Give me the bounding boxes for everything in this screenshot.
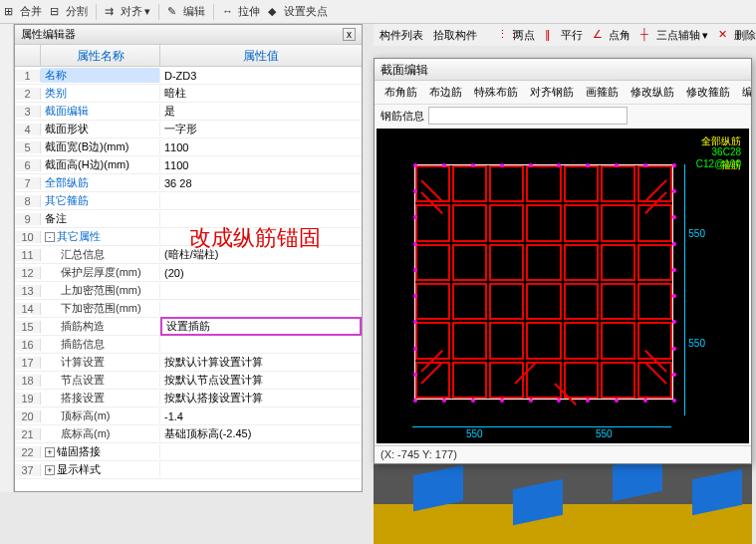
stirrup-cell [637,244,672,281]
delete-axis-button[interactable]: ✕删除辅轴 [718,28,756,43]
close-icon[interactable]: x [343,28,356,41]
align-icon: ⇉ [105,5,119,19]
section-outline [414,164,673,400]
property-value[interactable]: 按默认搭接设置计算 [160,391,362,406]
separator [158,4,159,20]
stirrup-cell [637,165,672,202]
property-value[interactable]: 按默认计算设置计算 [160,355,362,370]
align-button[interactable]: ⇉对齐 ▾ [105,4,150,19]
tri-axis-icon: ┼ [640,28,654,42]
section-tab[interactable]: 对齐钢筋 [526,83,578,102]
section-tab[interactable]: 编辑弯钩 [738,83,751,102]
rebar-dot [672,268,676,272]
property-name-cell: 保护层厚度(mm) [41,265,160,280]
expander-icon[interactable]: + [45,447,55,457]
property-row[interactable]: 1名称D-ZD3 [15,67,362,85]
property-value[interactable]: 按默认节点设置计算 [160,373,362,388]
property-row[interactable]: 8其它箍筋 [15,192,362,210]
property-name: 其它箍筋 [45,194,89,206]
property-row[interactable]: 6截面高(H边)(mm)1100 [15,156,362,174]
pick-component-button[interactable]: 拾取构件 [433,28,477,43]
stirrup-cell [415,322,450,359]
stirrup-cell [564,322,599,359]
property-row[interactable]: 12保护层厚度(mm)(20) [15,264,362,282]
property-name: 截面宽(B边)(mm) [45,140,128,152]
component-list-button[interactable]: 构件列表 [379,28,423,43]
header-value: 属性值 [160,45,362,66]
property-row[interactable]: 20顶标高(m)-1.4 [15,408,362,425]
property-value[interactable]: -1.4 [160,410,362,422]
header-name: 属性名称 [41,45,160,66]
property-value[interactable]: D-ZD3 [160,70,362,82]
property-value[interactable]: 1100 [160,159,362,171]
property-value[interactable]: 是 [160,104,362,119]
property-value[interactable]: 暗柱 [160,86,362,101]
property-value[interactable]: 设置插筋 [160,317,362,336]
section-tab[interactable]: 修改纵筋 [627,83,678,102]
property-name: 显示样式 [57,463,101,475]
property-row[interactable]: 2类别暗柱 [15,85,362,103]
rebar-info-input[interactable] [428,107,628,125]
property-name-cell: 其它箍筋 [41,193,160,208]
section-canvas[interactable]: 全部纵筋 36C28 箍筋 C12@100 550 550 550 550 [377,129,749,443]
section-tab[interactable]: 画箍筋 [582,83,623,102]
edit-button[interactable]: ✎编辑 [167,4,205,19]
property-row[interactable]: 37+显示样式 [15,461,362,479]
point-angle-button[interactable]: ∠点角 [593,28,630,43]
property-row[interactable]: 15插筋构造设置插筋 [15,318,362,336]
rebar-dot [672,294,676,298]
property-row[interactable]: 19搭接设置按默认搭接设置计算 [15,390,362,408]
rebar-dot [413,399,417,403]
pivot-button[interactable]: ◆设置夹点 [268,4,328,19]
property-name: 保护层厚度(mm) [61,266,141,278]
property-row[interactable]: 7全部纵筋36 28 [15,174,362,192]
property-row[interactable]: 16插筋信息 [15,336,362,354]
property-row[interactable]: 3截面编辑是 [15,103,362,121]
split-icon: ⊟ [50,5,64,19]
tri-axis-button[interactable]: ┼三点辅轴 ▾ [640,28,708,43]
expander-icon[interactable]: + [45,465,55,475]
legend-value: 36C28 [712,146,741,157]
property-row[interactable]: 22+锚固搭接 [15,443,362,461]
stirrup-cell [489,165,524,202]
edit-icon: ✎ [167,5,181,19]
merge-button[interactable]: ⊞合并 [4,4,42,19]
viewport-3d[interactable] [374,464,752,544]
property-row[interactable]: 13上加密范围(mm) [15,282,362,300]
stretch-button[interactable]: ↔拉伸 [222,4,260,19]
rebar-dot [672,373,676,377]
property-row[interactable]: 14下加密范围(mm) [15,300,362,318]
property-name: 汇总信息 [61,248,105,260]
property-body[interactable]: 1名称D-ZD32类别暗柱3截面编辑是4截面形状一字形5截面宽(B边)(mm)1… [15,67,362,491]
expander-icon[interactable]: - [45,232,55,242]
section-tab[interactable]: 布边筋 [425,83,466,102]
section-tab[interactable]: 修改箍筋 [682,83,734,102]
property-name-cell: 截面形状 [41,122,160,136]
property-value[interactable]: (20) [160,267,362,279]
property-value[interactable]: 一字形 [160,122,362,136]
section-editor-window: 截面编辑 布角筋布边筋特殊布筋对齐钢筋画箍筋修改纵筋修改箍筋编辑弯钩箍头伸缩恢复… [374,58,752,464]
property-value[interactable]: 36 28 [160,177,362,189]
property-value[interactable]: (暗柱/端柱) [160,247,362,262]
property-row[interactable]: 17计算设置按默认计算设置计算 [15,354,362,372]
stirrup-cell [601,204,635,241]
property-row[interactable]: 18节点设置按默认节点设置计算 [15,372,362,390]
section-tab[interactable]: 特殊布筋 [470,83,522,102]
parallel-button[interactable]: ‖平行 [545,28,583,43]
row-number: 9 [15,213,41,225]
property-row[interactable]: 9备注 [15,210,362,228]
property-row[interactable]: 21底标高(m)基础顶标高(-2.45) [15,425,362,443]
property-name: 名称 [45,69,67,81]
section-tab[interactable]: 布角筋 [380,83,421,102]
rebar-dot [471,163,475,167]
split-button[interactable]: ⊟分割 [50,4,88,19]
property-row[interactable]: 11汇总信息(暗柱/端柱) [15,246,362,264]
property-value[interactable]: 基础顶标高(-2.45) [160,426,362,441]
property-value[interactable]: 1100 [160,141,362,153]
two-point-button[interactable]: ⋮⋮两点 [497,28,535,43]
property-row[interactable]: 10-其它属性 [15,228,362,246]
property-row[interactable]: 4截面形状一字形 [15,121,362,138]
property-row[interactable]: 5截面宽(B边)(mm)1100 [15,138,362,156]
legend-value: C12@100 [696,158,741,169]
dim-line [684,164,685,415]
